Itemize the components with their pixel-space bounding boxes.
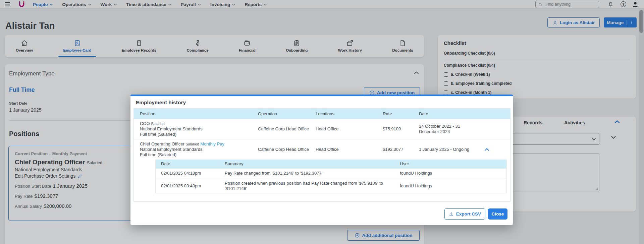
export-csv-label: Export CSV bbox=[456, 211, 481, 217]
history-user: foundU Holdings bbox=[400, 169, 506, 178]
subtable-header-row: Date Summary User bbox=[156, 160, 506, 169]
locations-cell: Head Office bbox=[316, 124, 383, 134]
history-summary: Position created when previous position … bbox=[225, 179, 400, 193]
position-cell: Chief Operating Officer Salaried Monthly… bbox=[134, 139, 258, 160]
position-history-subtable: Date Summary User 02/01/2025 04:18pm Pay… bbox=[155, 160, 507, 194]
table-header-row: Position Operation Locations Rate Date bbox=[134, 109, 510, 119]
column-header: Position bbox=[134, 109, 258, 119]
column-header: Summary bbox=[225, 160, 400, 168]
history-user: foundU Holdings bbox=[400, 182, 506, 190]
operation-cell: Caffeine Corp Head Office bbox=[258, 124, 316, 134]
table-row: Chief Operating Officer Salaried Monthly… bbox=[134, 139, 510, 160]
close-button[interactable]: Close bbox=[488, 208, 507, 220]
employment-history-table: Position Operation Locations Rate Date C… bbox=[133, 108, 511, 202]
download-icon bbox=[449, 211, 454, 217]
history-date: 02/01/2025 03:49pm bbox=[156, 182, 225, 190]
collapse-row-chevron-up-icon[interactable] bbox=[482, 146, 510, 153]
history-date: 02/01/2025 04:18pm bbox=[156, 169, 225, 178]
rate-cell: $75.9109 bbox=[383, 124, 419, 134]
column-header: Date bbox=[156, 160, 225, 168]
monthly-pay-link[interactable]: Monthly Pay bbox=[200, 141, 224, 146]
locations-cell: Head Office bbox=[316, 145, 383, 154]
column-header: Date bbox=[419, 109, 482, 119]
operation-cell: Caffeine Corp Head Office bbox=[258, 145, 316, 154]
position-award: National Employment Standards bbox=[140, 147, 253, 152]
position-pay-type: Salaried bbox=[185, 142, 199, 146]
table-bottom-spacer bbox=[134, 193, 510, 201]
position-basis: Full time (Salaried) bbox=[140, 132, 253, 137]
expand-cell bbox=[482, 127, 510, 131]
column-header: Locations bbox=[316, 109, 383, 119]
position-title: Chief Operating Officer bbox=[140, 141, 184, 146]
employment-history-modal: Employment history Position Operation Lo… bbox=[130, 95, 513, 225]
position-award: National Employment Standards bbox=[140, 126, 253, 132]
position-title: COO bbox=[140, 121, 150, 126]
table-row: COO Salaried National Employment Standar… bbox=[134, 119, 510, 139]
subtable-row: 02/01/2025 03:49pm Position created when… bbox=[156, 179, 506, 193]
column-header: Operation bbox=[258, 109, 316, 119]
modal-footer: Export CSV Close bbox=[444, 208, 507, 220]
date-cell: 1 January 2025 - Ongoing bbox=[419, 145, 482, 154]
column-header-empty bbox=[482, 112, 510, 116]
column-header: User bbox=[400, 160, 506, 168]
position-basis: Full time (Salaried) bbox=[140, 152, 253, 158]
date-cell: 24 October 2022 - 31 December 2024 bbox=[419, 122, 482, 136]
position-pay-type: Salaried bbox=[151, 122, 164, 126]
subtable-row: 02/01/2025 04:18pm Pay Rate changed from… bbox=[156, 169, 506, 179]
export-csv-button[interactable]: Export CSV bbox=[444, 208, 485, 220]
rate-cell: $192.3077 bbox=[383, 145, 419, 154]
position-cell: COO Salaried National Employment Standar… bbox=[134, 119, 258, 139]
app-screen: People Operations Work Time & attendance… bbox=[0, 0, 644, 244]
history-summary: Pay Rate changed from '$101.2146' to '$1… bbox=[225, 169, 400, 178]
column-header: Rate bbox=[383, 109, 419, 119]
modal-title: Employment history bbox=[130, 96, 513, 108]
